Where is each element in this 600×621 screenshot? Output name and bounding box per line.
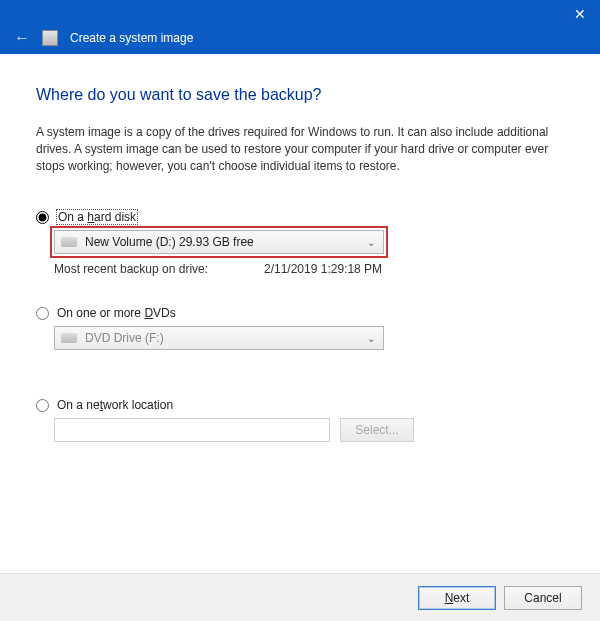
hard-disk-dropdown[interactable]: New Volume (D:) 29.93 GB free ⌄ <box>54 230 384 254</box>
chevron-down-icon: ⌄ <box>367 333 375 344</box>
backup-info-label: Most recent backup on drive: <box>54 262 264 276</box>
radio-network[interactable] <box>36 399 49 412</box>
radio-row-hard-disk[interactable]: On a hard disk <box>36 210 564 224</box>
back-arrow-icon[interactable]: ← <box>14 30 30 46</box>
wizard-icon <box>42 30 58 46</box>
page-description: A system image is a copy of the drives r… <box>36 124 564 174</box>
radio-row-dvd[interactable]: On one or more DVDs <box>36 306 564 320</box>
dvd-dropdown[interactable]: DVD Drive (F:) ⌄ <box>54 326 384 350</box>
select-button: Select... <box>340 418 414 442</box>
radio-dvd[interactable] <box>36 307 49 320</box>
option-dvd: On one or more DVDs DVD Drive (F:) ⌄ <box>36 306 564 350</box>
option-hard-disk: On a hard disk New Volume (D:) 29.93 GB … <box>36 210 564 276</box>
cancel-button[interactable]: Cancel <box>504 586 582 610</box>
content: Where do you want to save the backup? A … <box>0 54 600 442</box>
network-path-input[interactable] <box>54 418 330 442</box>
network-location-row: Select... <box>54 418 564 442</box>
drive-icon <box>61 237 77 247</box>
radio-label-hard-disk: On a hard disk <box>57 210 137 224</box>
option-network: On a network location Select... <box>36 398 564 442</box>
titlebar: ✕ ← Create a system image <box>0 0 600 54</box>
disc-icon <box>61 333 77 343</box>
radio-label-dvd: On one or more DVDs <box>57 306 176 320</box>
dvd-selected: DVD Drive (F:) <box>85 331 164 345</box>
page-heading: Where do you want to save the backup? <box>36 86 564 104</box>
footer: Next Cancel <box>0 573 600 621</box>
titlebar-inner: ← Create a system image <box>14 30 193 46</box>
radio-label-network: On a network location <box>57 398 173 412</box>
close-icon[interactable]: ✕ <box>574 6 586 22</box>
radio-hard-disk[interactable] <box>36 211 49 224</box>
radio-row-network[interactable]: On a network location <box>36 398 564 412</box>
chevron-down-icon: ⌄ <box>367 237 375 248</box>
hard-disk-selected: New Volume (D:) 29.93 GB free <box>85 235 254 249</box>
window-title: Create a system image <box>70 31 193 45</box>
next-button[interactable]: Next <box>418 586 496 610</box>
backup-info-time: 2/11/2019 1:29:18 PM <box>264 262 382 276</box>
backup-info: Most recent backup on drive: 2/11/2019 1… <box>54 262 564 276</box>
